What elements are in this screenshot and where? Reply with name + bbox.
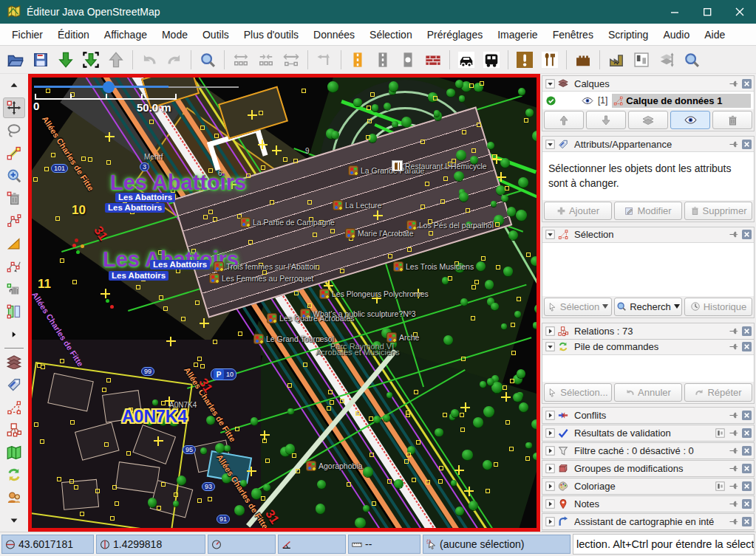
expand-icon[interactable] xyxy=(545,445,555,456)
selected-node[interactable] xyxy=(407,247,412,252)
expander-right-tool[interactable] xyxy=(3,323,25,345)
selected-node[interactable] xyxy=(511,351,516,355)
menu-outils[interactable]: Outils xyxy=(195,25,236,44)
panel-settings-icon[interactable] xyxy=(715,428,725,438)
selected-node[interactable] xyxy=(115,501,119,506)
artwork-icon[interactable] xyxy=(333,200,343,210)
move-layer-down-button[interactable] xyxy=(586,111,626,129)
pin-icon[interactable] xyxy=(728,230,738,240)
selection-list[interactable] xyxy=(542,243,754,296)
scroll-up-tool[interactable] xyxy=(3,75,25,96)
selected-node[interactable] xyxy=(163,306,168,311)
selected-node[interactable] xyxy=(327,406,331,411)
minimize-button[interactable] xyxy=(658,0,691,24)
selected-node[interactable] xyxy=(328,390,333,394)
close-panel-icon[interactable] xyxy=(741,139,752,149)
search-2-button[interactable] xyxy=(679,48,704,72)
authors-button[interactable] xyxy=(3,487,25,509)
zoom-tool[interactable] xyxy=(3,165,25,187)
restaurant-icon[interactable] xyxy=(392,160,403,171)
selected-node[interactable] xyxy=(102,388,106,392)
toggle-visibility-button[interactable] xyxy=(670,111,710,129)
selected-node[interactable] xyxy=(60,359,64,363)
selected-node[interactable] xyxy=(302,89,306,93)
selected-node[interactable] xyxy=(517,297,521,301)
close-panel-icon[interactable] xyxy=(741,481,752,491)
artwork-icon[interactable] xyxy=(253,334,264,344)
pin-icon[interactable] xyxy=(728,516,738,526)
selected-node[interactable] xyxy=(429,231,433,236)
selected-node[interactable] xyxy=(495,222,500,227)
selected-node[interactable] xyxy=(461,357,466,361)
selected-node[interactable] xyxy=(69,479,74,484)
selected-node[interactable] xyxy=(41,365,45,369)
selected-node[interactable] xyxy=(265,459,270,463)
selected-node[interactable] xyxy=(369,416,373,421)
close-panel-icon[interactable] xyxy=(741,78,752,89)
menu-mode[interactable]: Mode xyxy=(154,25,195,44)
selected-way-midpoint[interactable] xyxy=(464,487,474,496)
selected-way-midpoint[interactable] xyxy=(454,465,464,475)
artwork-icon[interactable] xyxy=(393,261,403,272)
pin-icon[interactable] xyxy=(728,463,738,473)
selected-node[interactable] xyxy=(261,165,265,170)
selected-node[interactable] xyxy=(367,106,371,110)
menu-aide[interactable]: Aide xyxy=(697,25,732,44)
selected-node[interactable] xyxy=(44,167,49,171)
selected-node[interactable] xyxy=(213,217,217,222)
selected-node[interactable] xyxy=(443,413,447,417)
selected-node[interactable] xyxy=(420,140,425,144)
selected-node[interactable] xyxy=(404,459,409,464)
selected-node[interactable] xyxy=(370,92,375,97)
selected-node[interactable] xyxy=(443,176,448,181)
pin-icon[interactable] xyxy=(728,498,738,509)
artwork-icon[interactable] xyxy=(209,273,219,284)
selected-way-midpoint[interactable] xyxy=(101,289,110,298)
unglue-ways-button[interactable] xyxy=(228,48,253,72)
selected-node[interactable] xyxy=(355,411,360,416)
selected-node[interactable] xyxy=(406,453,411,457)
selected-node[interactable] xyxy=(340,399,344,403)
selected-way-midpoint[interactable] xyxy=(260,430,270,440)
selected-node[interactable] xyxy=(200,364,205,368)
merge-nodes-button[interactable] xyxy=(253,48,279,72)
pin-icon[interactable] xyxy=(728,139,738,149)
selected-node[interactable] xyxy=(88,157,92,162)
selected-node[interactable] xyxy=(425,182,429,186)
selected-node[interactable] xyxy=(474,280,479,284)
selected-way-midpoint[interactable] xyxy=(373,210,383,220)
menu-donn-es[interactable]: Données xyxy=(306,25,362,44)
collapse-icon[interactable] xyxy=(545,342,555,352)
selected-node[interactable] xyxy=(46,89,50,93)
selected-node[interactable] xyxy=(462,130,466,134)
selected-node[interactable] xyxy=(270,200,274,205)
selected-node[interactable] xyxy=(469,83,474,88)
menu-scripting[interactable]: Scripting xyxy=(601,25,655,44)
command-selection-button[interactable]: Sélection... xyxy=(544,383,612,402)
menu-plus-d-outils[interactable]: Plus d'outils xyxy=(236,25,306,44)
selected-node[interactable] xyxy=(200,126,205,130)
selected-node[interactable] xyxy=(248,240,253,244)
expand-icon[interactable] xyxy=(545,463,555,473)
selected-node[interactable] xyxy=(294,291,299,295)
pin-icon[interactable] xyxy=(728,326,738,336)
move-layer-up-button[interactable] xyxy=(544,111,584,129)
selected-node[interactable] xyxy=(60,258,64,263)
artwork-icon[interactable] xyxy=(214,261,224,272)
expand-icon[interactable] xyxy=(545,428,555,438)
selected-node[interactable] xyxy=(471,148,476,153)
selected-node[interactable] xyxy=(106,378,111,382)
selected-node[interactable] xyxy=(57,477,61,481)
selected-node[interactable] xyxy=(261,496,265,501)
layers-panel-button[interactable] xyxy=(3,351,25,373)
angle-snap-tool[interactable] xyxy=(3,233,25,255)
close-panel-icon[interactable] xyxy=(741,463,752,473)
selected-node[interactable] xyxy=(496,265,500,270)
selected-way-midpoint[interactable] xyxy=(248,110,257,120)
redo-button[interactable]: Répéter xyxy=(684,383,752,402)
collapse-icon[interactable] xyxy=(545,139,555,149)
selection-menu-button[interactable]: Sélection xyxy=(544,298,612,316)
selected-node[interactable] xyxy=(510,379,514,383)
selected-node[interactable] xyxy=(307,200,312,205)
selected-node[interactable] xyxy=(313,233,317,237)
